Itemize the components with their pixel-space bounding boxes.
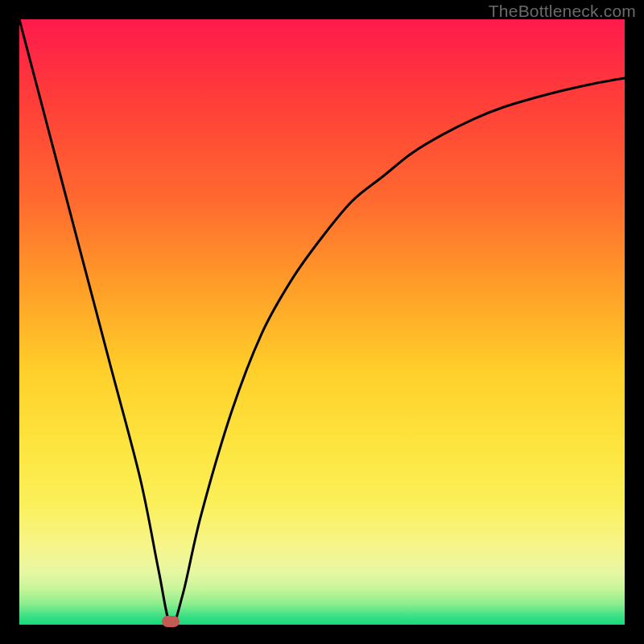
attribution-text: TheBottleneck.com xyxy=(489,2,636,21)
chart-frame: TheBottleneck.com xyxy=(0,0,644,644)
optimal-marker xyxy=(162,616,180,627)
plot-area xyxy=(19,19,625,625)
bottleneck-curve xyxy=(19,19,625,625)
